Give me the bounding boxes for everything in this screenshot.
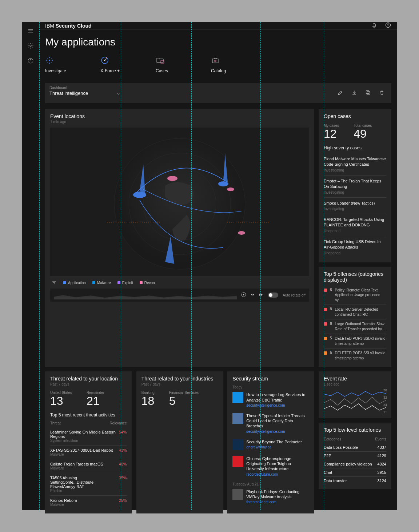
menu-icon[interactable]: [27, 28, 34, 35]
folder-icon: [156, 56, 164, 65]
apps-row: Invesitgate X-Force + Cases Catalog: [45, 56, 391, 73]
help-icon[interactable]: [27, 57, 34, 65]
play-icon[interactable]: [241, 292, 246, 298]
threat-industries-card: Threat related to your industriesPast 7 …: [136, 371, 223, 513]
svg-rect-8: [161, 61, 164, 63]
globe-timeline[interactable]: Auto rotate off: [50, 289, 309, 302]
high-severity-item[interactable]: Plead Malware Misuses Taiwanese Code-Sig…: [324, 153, 386, 175]
open-cases-card: Open cases My cases12 Total cases49 High…: [319, 109, 391, 262]
event-rate-chart: 38322411: [324, 388, 386, 414]
event-locations-card: Event locations 1 min ago: [45, 109, 314, 367]
svg-rect-12: [366, 90, 369, 93]
low-categories-card: Top 5 low-level catefories CategoriesEve…: [319, 423, 391, 489]
offenses-card: Top 5 offenses (categories displayed) 8P…: [319, 267, 391, 367]
user-icon[interactable]: [385, 22, 391, 29]
threat-row[interactable]: Leafminer Spying On Middle Eastern Regio…: [50, 427, 127, 445]
offense-row[interactable]: 5DELETED POP3 SSLv3 invalid timestamp at…: [324, 348, 386, 363]
app-xforce[interactable]: X-Force +: [100, 56, 129, 73]
brand: IBM Security Cloud: [45, 23, 92, 29]
category-row[interactable]: Compliance policy violation4024: [324, 460, 386, 468]
svg-point-3: [387, 24, 389, 25]
globe-legend: Application Malware Exploit Recon: [50, 277, 309, 289]
threat-row[interactable]: XFTAS-S1-2017-00001-Bad RabbitMalware43%: [50, 445, 127, 459]
svg-point-5: [49, 60, 50, 61]
app-frame: IBM Security Cloud My applications Inves…: [22, 22, 397, 510]
bell-icon[interactable]: [371, 22, 378, 29]
stream-item[interactable]: How to Leverage Log Services to Analyze …: [232, 389, 309, 410]
dashboard-grid: Event locations 1 min ago: [45, 109, 391, 513]
svg-point-20: [238, 231, 245, 235]
briefcase-icon: [211, 56, 220, 65]
svg-rect-9: [212, 59, 218, 63]
app-investigate[interactable]: Invesitgate: [45, 56, 74, 73]
high-severity-item[interactable]: Smoke Loader (New Tactics)Investigating: [324, 197, 386, 214]
category-row[interactable]: Data transfer3124: [324, 476, 386, 485]
filter-icon[interactable]: [52, 280, 57, 286]
edit-icon[interactable]: [338, 90, 343, 97]
gauge-icon: [100, 56, 109, 65]
high-severity-item[interactable]: RANCOR: Targeted Attacks Using PLAINTEE …: [324, 214, 386, 236]
threat-location-card: Threat related to your locationPast 7 da…: [45, 371, 132, 513]
globe-visualization[interactable]: [50, 128, 309, 277]
app-cases[interactable]: Cases: [156, 56, 185, 73]
svg-point-18: [218, 181, 228, 186]
left-rail: [22, 22, 39, 510]
high-severity-item[interactable]: Emotet – The Trojan That Keeps On Surfac…: [324, 175, 386, 197]
app-catalog[interactable]: Catalog: [211, 56, 240, 73]
dashboard-bar: Dashboard Threat intelligence: [45, 83, 391, 103]
forward-icon[interactable]: [259, 292, 264, 298]
svg-point-19: [227, 188, 234, 191]
content: My applications Invesitgate X-Force + Ca…: [39, 30, 397, 513]
auto-rotate-toggle[interactable]: [268, 293, 278, 298]
dashboard-actions: [338, 83, 391, 103]
timeline-wave: [54, 291, 237, 299]
high-severity-item[interactable]: Tick Group Using USB Drives In Air-Gappe…: [324, 236, 386, 258]
threat-row[interactable]: TA505 Abusing SettingConte...Distribute …: [50, 473, 127, 495]
category-row[interactable]: Data Loss Possible4337: [324, 443, 386, 451]
svg-point-0: [29, 45, 31, 47]
crosshair-icon: [45, 56, 54, 65]
threat-row[interactable]: Calisto Trojan Targets macOSMalware40%: [50, 459, 127, 473]
offense-row[interactable]: 6Large Outbound Transfer Slow Rate of Tr…: [324, 319, 386, 334]
download-icon[interactable]: [351, 90, 357, 97]
dashboard-select[interactable]: Dashboard Threat intelligence: [45, 83, 125, 103]
security-stream-card: Security stream Today How to Leverage Lo…: [227, 371, 314, 513]
page-title: My applications: [45, 36, 391, 48]
category-row[interactable]: Chat3915: [324, 468, 386, 476]
svg-point-17: [167, 176, 177, 181]
event-rate-card: Event rate1 sec ago 38322411: [319, 371, 391, 418]
main: IBM Security Cloud My applications Inves…: [39, 22, 397, 510]
trash-icon[interactable]: [379, 90, 385, 97]
offense-row[interactable]: 5DELETED POP3 SSLv3 invalid timestamp at…: [324, 334, 386, 348]
threat-row[interactable]: Kronos RebornMalware25%: [50, 495, 127, 509]
stream-item[interactable]: These 5 Types of Insider Threats Could L…: [232, 410, 309, 436]
rewind-icon[interactable]: [250, 292, 255, 298]
gear-icon[interactable]: [27, 43, 34, 50]
category-row[interactable]: P2P4129: [324, 451, 386, 460]
svg-rect-10: [215, 60, 216, 61]
stream-item[interactable]: Chinese Cyberespionage Originating From …: [232, 453, 309, 479]
copy-icon[interactable]: [365, 90, 371, 97]
topbar: IBM Security Cloud: [39, 22, 397, 30]
svg-rect-11: [367, 91, 370, 94]
chevron-down-icon: [116, 92, 120, 96]
svg-point-7: [104, 60, 105, 61]
stream-item[interactable]: Security Beyond The Perimeterandrewwhay.…: [232, 436, 309, 453]
offense-row[interactable]: 8Policy: Remote: Clear Text Application …: [324, 286, 386, 305]
stream-item[interactable]: Playbook Fridays: Conducting VMRay Malwa…: [232, 486, 309, 507]
offense-row[interactable]: 8Local IRC Server Detected contrained Ch…: [324, 305, 386, 319]
